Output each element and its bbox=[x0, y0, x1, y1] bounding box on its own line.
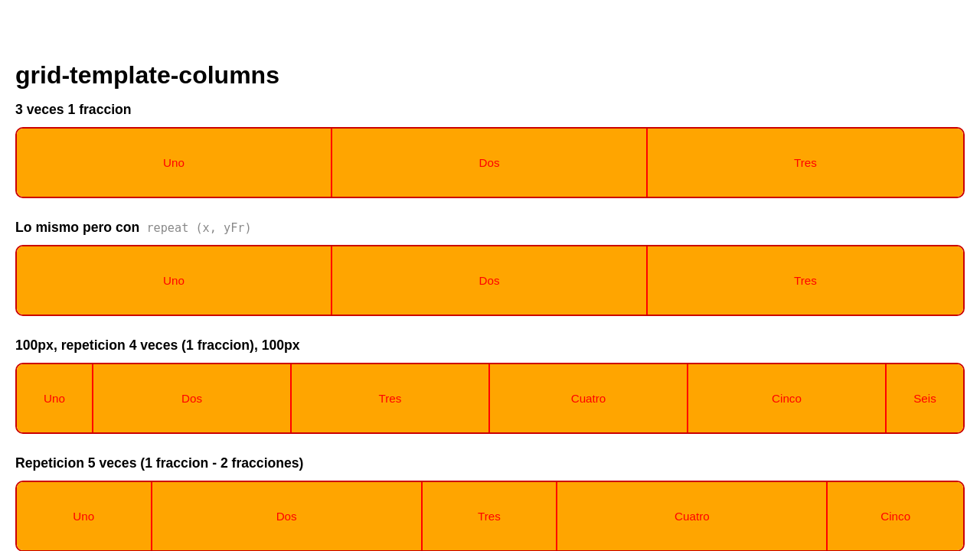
grid-cell-2-4: Cinco bbox=[688, 364, 887, 432]
grid-cell-3-4: Cinco bbox=[828, 482, 963, 550]
section-section2: Lo mismo pero con repeat (x, yFr)UnoDosT… bbox=[15, 220, 965, 316]
code-hint-1: repeat (x, yFr) bbox=[139, 221, 251, 235]
section-section1: 3 veces 1 fraccionUnoDosTres bbox=[15, 102, 965, 198]
grid-cell-1-0: Uno bbox=[17, 246, 332, 315]
page-title: grid-template-columns bbox=[15, 61, 965, 90]
grid-cell-1-2: Tres bbox=[648, 246, 963, 315]
grid-cell-0-2: Tres bbox=[648, 129, 963, 197]
grid-cell-3-3: Cuatro bbox=[557, 482, 828, 550]
grid-cell-0-0: Uno bbox=[17, 129, 332, 197]
section-title-2: 100px, repeticion 4 veces (1 fraccion), … bbox=[15, 337, 965, 354]
grid-cell-3-2: Tres bbox=[423, 482, 558, 550]
grid-cell-3-1: Dos bbox=[152, 482, 423, 550]
grid-cell-2-1: Dos bbox=[93, 364, 292, 432]
grid-section1: UnoDosTres bbox=[15, 127, 965, 198]
section-title-1: Lo mismo pero con repeat (x, yFr) bbox=[15, 220, 965, 236]
section-title-3: Repeticion 5 veces (1 fraccion - 2 fracc… bbox=[15, 455, 965, 471]
section-section4: Repeticion 5 veces (1 fraccion - 2 fracc… bbox=[15, 455, 965, 551]
grid-cell-1-1: Dos bbox=[332, 246, 648, 315]
grid-cell-2-3: Cuatro bbox=[490, 364, 688, 432]
grid-cell-0-1: Dos bbox=[332, 129, 648, 197]
grid-cell-2-5: Seis bbox=[887, 364, 963, 432]
grid-section3: UnoDosTresCuatroCincoSeis bbox=[15, 363, 965, 434]
grid-cell-2-2: Tres bbox=[292, 364, 490, 432]
grid-cell-2-0: Uno bbox=[17, 364, 93, 432]
grid-cell-3-0: Uno bbox=[17, 482, 152, 550]
grid-section2: UnoDosTres bbox=[15, 245, 965, 316]
grid-section4: UnoDosTresCuatroCinco bbox=[15, 481, 965, 551]
section-section3: 100px, repeticion 4 veces (1 fraccion), … bbox=[15, 337, 965, 434]
section-title-0: 3 veces 1 fraccion bbox=[15, 102, 965, 118]
